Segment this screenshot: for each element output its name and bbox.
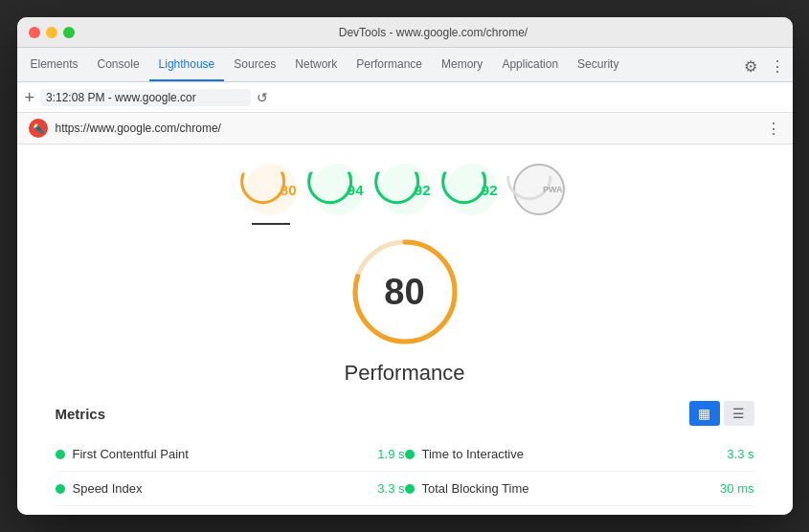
metric-name-tbt: Total Blocking Time: [422, 481, 713, 496]
traffic-lights: [29, 27, 75, 38]
tab-sources[interactable]: Sources: [224, 48, 285, 81]
metric-indicator-tti: [405, 450, 415, 459]
svg-point-3: [308, 171, 350, 202]
metric-indicator-tbt: [405, 484, 415, 494]
devtools-icon-group: ⚙ ⋮: [739, 55, 789, 81]
list-view-button[interactable]: ☰: [724, 401, 754, 426]
more-options-icon[interactable]: ⋮: [766, 55, 789, 78]
tab-application[interactable]: Application: [492, 48, 568, 81]
score-circles-row: 80 94: [56, 164, 754, 215]
score-circle-seo[interactable]: 92: [446, 164, 498, 215]
score-value-accessibility: 94: [348, 182, 364, 198]
metric-row-cls: Cumulative Layout Shift 0: [405, 506, 754, 515]
devtools-url-text: https://www.google.com/chrome/: [56, 122, 758, 135]
tab-console[interactable]: Console: [88, 48, 149, 81]
metric-row-lcp: Largest Contentful Paint 4.8 s: [56, 506, 405, 515]
devtools-url-bar: 🔦 https://www.google.com/chrome/ ⋮: [17, 113, 793, 144]
view-toggle: ▦ ☰: [689, 401, 754, 426]
svg-point-7: [442, 171, 484, 202]
metric-value-si: 3.3 s: [377, 481, 404, 496]
big-score-section: 80 Performance: [56, 234, 754, 386]
score-value-best-practices: 92: [415, 182, 431, 198]
score-circle-accessibility[interactable]: 94: [312, 164, 364, 215]
metric-name-tti: Time to Interactive: [422, 447, 720, 461]
score-circle-pwa[interactable]: PWA: [513, 164, 565, 215]
metric-value-fcp: 1.9 s: [377, 447, 404, 461]
reload-icon[interactable]: ↺: [257, 90, 268, 105]
tab-performance[interactable]: Performance: [347, 48, 432, 81]
metric-value-tti: 3.3 s: [727, 447, 753, 461]
score-value-seo: 92: [482, 182, 498, 198]
score-value-performance: 80: [281, 182, 297, 198]
address-input[interactable]: [40, 89, 251, 106]
devtools-more-icon[interactable]: ⋮: [766, 120, 781, 138]
tab-elements[interactable]: Elements: [21, 48, 88, 81]
big-score-value: 80: [384, 272, 424, 313]
devtools-tab-bar: Elements Console Lighthouse Sources Netw…: [17, 48, 793, 82]
new-tab-button[interactable]: +: [25, 89, 35, 106]
metric-indicator-fcp: [56, 450, 65, 459]
svg-point-1: [241, 171, 283, 202]
address-bar: + ↺: [17, 82, 793, 113]
big-score-label: Performance: [56, 361, 754, 386]
maximize-button[interactable]: [63, 27, 75, 38]
score-value-pwa: PWA: [543, 185, 563, 194]
metric-name-si: Speed Index: [73, 481, 371, 496]
metric-row-tbt: Total Blocking Time 30 ms: [405, 472, 754, 506]
metric-row-tti: Time to Interactive 3.3 s: [405, 437, 754, 472]
metric-row-si: Speed Index 3.3 s: [56, 472, 405, 506]
big-score-circle: 80: [348, 234, 462, 349]
score-circle-performance[interactable]: 80: [245, 164, 297, 215]
lighthouse-panel: 80 94: [17, 144, 793, 515]
tab-lighthouse[interactable]: Lighthouse: [149, 48, 225, 81]
metric-name-fcp: First Contentful Paint: [73, 447, 371, 461]
metric-indicator-si: [56, 484, 65, 494]
main-content: 🔦 https://www.google.com/chrome/ ⋮ 80: [17, 113, 793, 515]
metric-row-fcp: First Contentful Paint 1.9 s: [56, 437, 405, 472]
metrics-section: Metrics ▦ ☰ First Contentful Paint 1.9 s: [56, 401, 754, 515]
score-circle-best-practices[interactable]: 92: [379, 164, 431, 215]
titlebar: DevTools - www.google.com/chrome/: [17, 17, 793, 48]
tab-memory[interactable]: Memory: [432, 48, 492, 81]
metrics-grid: First Contentful Paint 1.9 s Time to Int…: [56, 437, 754, 515]
minimize-button[interactable]: [46, 27, 57, 38]
window-title: DevTools - www.google.com/chrome/: [86, 26, 781, 39]
lighthouse-icon: 🔦: [29, 119, 48, 138]
grid-view-button[interactable]: ▦: [689, 401, 720, 426]
devtools-window: DevTools - www.google.com/chrome/ Elemen…: [17, 17, 793, 515]
metrics-title: Metrics: [56, 406, 106, 422]
settings-icon[interactable]: ⚙: [739, 55, 762, 78]
metric-value-tbt: 30 ms: [720, 481, 753, 496]
metrics-header: Metrics ▦ ☰: [56, 401, 754, 426]
close-button[interactable]: [29, 27, 40, 38]
tab-network[interactable]: Network: [285, 48, 347, 81]
svg-point-5: [375, 171, 417, 202]
tab-security[interactable]: Security: [568, 48, 628, 81]
